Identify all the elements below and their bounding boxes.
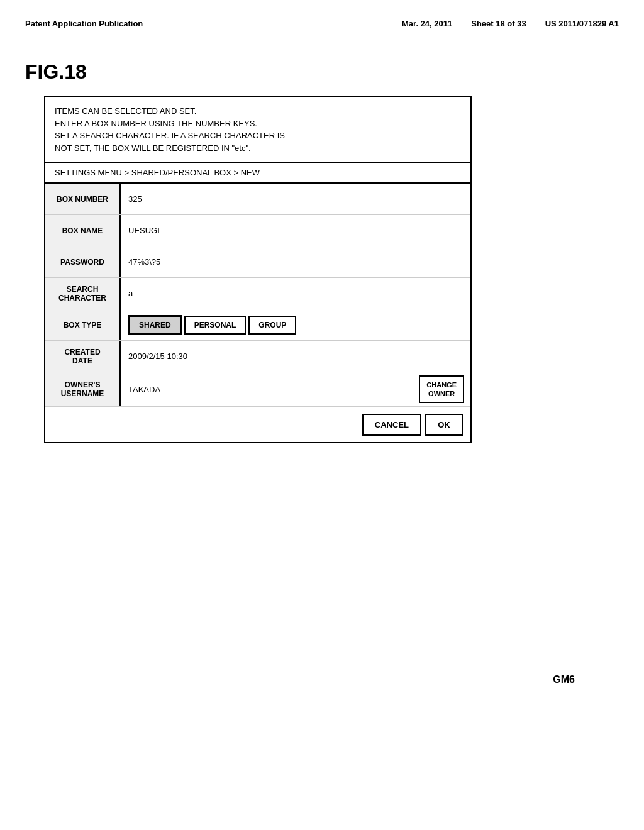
- box-name-row: BOX NAME UESUGI: [45, 215, 470, 246]
- gm6-label: GM6: [553, 674, 575, 685]
- owners-username-text: TAKADA: [128, 385, 160, 394]
- ok-button[interactable]: OK: [425, 414, 463, 436]
- header-date: Mar. 24, 2011 Sheet 18 of 33 US 2011/071…: [402, 19, 619, 28]
- instruction-line-4: NOT SET, THE BOX WILL BE REGISTERED IN "…: [55, 142, 461, 155]
- breadcrumb: SETTINGS MENU > SHARED/PERSONAL BOX > NE…: [45, 163, 470, 184]
- password-label: PASSWORD: [45, 246, 121, 277]
- header-patent-number: US 2011/071829 A1: [545, 19, 619, 28]
- header-sheet-text: Sheet 18 of 33: [471, 19, 526, 28]
- header-date-text: Mar. 24, 2011: [402, 19, 452, 28]
- box-type-shared-button[interactable]: SHARED: [128, 315, 182, 335]
- instruction-line-3: SET A SEARCH CHARACTER. IF A SEARCH CHAR…: [55, 130, 461, 142]
- owners-username-value: TAKADA: [121, 372, 419, 406]
- dialog-box: ITEMS CAN BE SELECTED AND SET. ENTER A B…: [44, 96, 472, 443]
- box-number-label: BOX NUMBER: [45, 184, 121, 214]
- box-type-label: BOX TYPE: [45, 309, 121, 340]
- header-publication-text: Patent Application Publication: [25, 19, 143, 28]
- created-date-text: 2009/2/15 10:30: [128, 351, 187, 361]
- search-character-text: a: [128, 289, 133, 298]
- change-owner-button[interactable]: CHANGEOWNER: [419, 375, 464, 404]
- instruction-line-2: ENTER A BOX NUMBER USING THE NUMBER KEYS…: [55, 118, 461, 130]
- box-type-group-button[interactable]: GROUP: [248, 316, 296, 335]
- box-name-text: UESUGI: [128, 226, 160, 235]
- box-name-label: BOX NAME: [45, 215, 121, 246]
- box-number-row: BOX NUMBER 325: [45, 184, 470, 215]
- owners-username-row: OWNER'SUSERNAME TAKADA CHANGEOWNER: [45, 372, 470, 407]
- box-type-options: SHARED PERSONAL GROUP: [121, 309, 470, 340]
- form-area: BOX NUMBER 325 BOX NAME UESUGI PASSWORD …: [45, 184, 470, 442]
- search-character-value: a: [121, 278, 470, 309]
- instruction-line-1: ITEMS CAN BE SELECTED AND SET.: [55, 105, 461, 118]
- box-number-text: 325: [128, 194, 142, 204]
- fig-label: FIG.18: [25, 60, 619, 84]
- password-value: 47%3\?5: [121, 246, 470, 277]
- action-row: CANCEL OK: [45, 407, 470, 442]
- search-character-label: SEARCHCHARACTER: [45, 278, 121, 309]
- created-date-label: CREATEDDATE: [45, 341, 121, 372]
- box-number-value: 325: [121, 184, 470, 214]
- password-row: PASSWORD 47%3\?5: [45, 246, 470, 278]
- created-date-row: CREATEDDATE 2009/2/15 10:30: [45, 341, 470, 372]
- box-type-personal-button[interactable]: PERSONAL: [184, 316, 247, 335]
- page-container: Patent Application Publication Mar. 24, …: [0, 0, 644, 830]
- search-character-row: SEARCHCHARACTER a: [45, 278, 470, 309]
- box-type-row: BOX TYPE SHARED PERSONAL GROUP: [45, 309, 470, 341]
- box-name-value: UESUGI: [121, 215, 470, 246]
- instruction-area: ITEMS CAN BE SELECTED AND SET. ENTER A B…: [45, 97, 470, 163]
- header-bar: Patent Application Publication Mar. 24, …: [25, 13, 619, 35]
- created-date-value: 2009/2/15 10:30: [121, 341, 470, 372]
- owners-username-label: OWNER'SUSERNAME: [45, 372, 121, 406]
- password-text: 47%3\?5: [128, 257, 160, 267]
- cancel-button[interactable]: CANCEL: [362, 414, 421, 436]
